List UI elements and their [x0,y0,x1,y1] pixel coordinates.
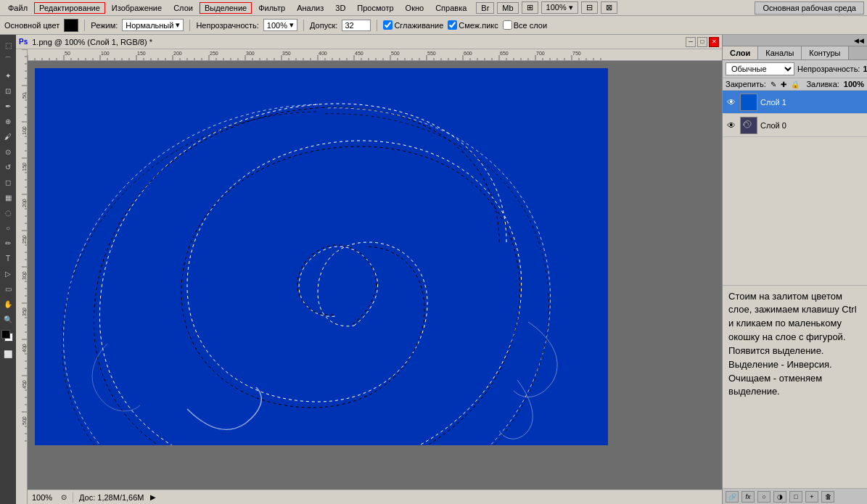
br-button[interactable]: Br [476,2,494,14]
tool-dodge[interactable]: ○ [1,220,15,235]
layer-fx-button[interactable]: fx [741,491,755,503]
aliased-checkbox[interactable] [448,20,457,30]
foreground-color[interactable] [1,330,10,339]
tool-text[interactable]: T [1,251,15,265]
smoothing-checkbox[interactable] [383,20,393,30]
tool-zoom[interactable]: 🔍 [1,312,15,326]
tool-history-brush[interactable]: ↺ [1,160,15,174]
separator-2 [189,20,190,31]
tool-eraser[interactable]: ◻ [1,175,15,189]
color-swatches[interactable] [1,330,15,343]
tool-brush[interactable]: 🖌 [1,129,15,144]
ruler-horizontal [28,49,722,61]
screen-button[interactable]: ⊟ [581,1,598,14]
canvas-wrapper: Ps 1.png @ 100% (Слой 1, RGB/8) * ─ □ ✕ [16,35,722,504]
new-layer-button[interactable]: + [805,491,818,503]
lock-all-icon[interactable]: 🔒 [791,80,800,88]
tool-blur[interactable]: ◌ [1,205,15,220]
blend-mode-select[interactable]: Обычные Растворение Затемнение Умножение [726,62,794,75]
screen2-button[interactable]: ⊠ [601,1,617,14]
tool-path-select[interactable]: ▷ [1,266,15,281]
menu-edit[interactable]: Редактирование [34,2,105,14]
smoothing-checkbox-label[interactable]: Сглаживание [383,20,443,30]
layers-tabs: Слои Каналы Контуры [723,46,867,60]
menu-help[interactable]: Справка [430,2,472,14]
tool-pen[interactable]: ✏ [1,236,15,250]
group-button[interactable]: □ [789,491,802,503]
ps-logo: Ps [19,38,28,46]
menu-file[interactable]: Файл [3,2,33,14]
tool-crop[interactable]: ⊡ [1,83,15,98]
tool-shape[interactable]: ▭ [1,281,15,296]
canvas-container[interactable] [28,61,722,489]
menu-image[interactable]: Изображение [107,2,167,14]
all-layers-checkbox[interactable] [503,20,512,30]
layer0-thumbnail [740,117,757,134]
canvas-win-controls: ─ □ ✕ [686,37,719,47]
delete-layer-button[interactable]: 🗑 [821,491,834,503]
menu-layers[interactable]: Слои [168,2,198,14]
menu-window[interactable]: Окно [400,2,430,14]
menu-select[interactable]: Выделение [200,2,252,14]
layer1-visibility-icon[interactable]: 👁 [726,96,737,108]
layer1-thumbnail [740,94,757,111]
tolerance-label: Допуск: [310,21,337,30]
separator-4 [377,20,377,31]
mb-button[interactable]: Mb [497,2,518,14]
tool-gradient[interactable]: ▦ [1,190,15,205]
canvas-close-button[interactable]: ✕ [709,37,719,47]
lock-position-icon[interactable]: ✚ [781,80,786,88]
all-layers-checkbox-label[interactable]: Все слои [503,20,547,30]
mode-dropdown[interactable]: Нормальный ▾ [122,19,184,31]
scroll-right-button[interactable]: ▶ [150,493,156,501]
layer-lock-row: Закрепить: ✎ ✚ 🔒 Заливка: 100% [723,78,867,91]
tool-label: Основной цвет [4,21,59,30]
opacity-label: Непрозрачность: [797,65,860,73]
canvas-restore-button[interactable]: □ [697,37,707,47]
tool-eyedropper[interactable]: ✒ [1,99,15,113]
layer-entry-layer1[interactable]: 👁 Слой 1 [723,91,867,114]
zoom-button[interactable]: 100% ▾ [541,1,578,14]
tool-lasso[interactable]: ⌒ [1,53,15,67]
tool-magic-wand[interactable]: ✦ [1,68,15,83]
arrange-button[interactable]: ⊞ [522,1,538,14]
foreground-color-swatch[interactable] [64,19,78,32]
tool-screen-mode[interactable]: ⬜ [1,347,15,361]
tool-hand[interactable]: ✋ [1,297,15,311]
adjustment-button[interactable]: ◑ [773,491,786,503]
doc-info: Дос: 1,28М/1,66М [79,493,144,502]
menu-bar: Файл Редактирование Изображение Слои Выд… [0,0,867,16]
canvas-image[interactable] [35,68,608,445]
menu-view[interactable]: Просмотр [352,2,398,14]
panels-top-bar: ◀◀ [723,35,867,46]
canvas-minimize-button[interactable]: ─ [686,37,696,47]
lock-pixels-icon[interactable]: ✎ [771,80,776,88]
menu-filter[interactable]: Фильтр [253,2,290,14]
tab-layers[interactable]: Слои [723,46,758,59]
aliased-checkbox-label[interactable]: Смеж.пикс [448,20,498,30]
canvas-body: 100% ⊙ Дос: 1,28М/1,66М ▶ [16,49,722,504]
status-bar: 100% ⊙ Дос: 1,28М/1,66М ▶ [28,489,722,504]
link-layers-button[interactable]: 🔗 [726,491,739,503]
opacity-dropdown[interactable]: 100% ▾ [263,19,297,31]
layers-bottom: 🔗 fx ○ ◑ □ + 🗑 [723,488,867,504]
layer0-visibility-icon[interactable]: 👁 [726,120,737,131]
workspace-label[interactable]: Основная рабочая среда [755,1,864,15]
ruler-vertical [16,49,28,504]
layer-blend-row: Обычные Растворение Затемнение Умножение… [723,60,867,78]
zoom-indicator-icon[interactable]: ⊙ [61,493,67,501]
layer-entry-layer0[interactable]: 👁 Слой 0 [723,114,867,137]
tolerance-input[interactable] [342,20,371,31]
tool-clone[interactable]: ⊙ [1,144,15,159]
opacity-value: 100% [863,65,867,73]
lock-label: Закрепить: [726,80,766,88]
tab-channels[interactable]: Каналы [758,46,802,59]
fill-label: Заливка: [806,80,839,88]
menu-analysis[interactable]: Анализ [292,2,329,14]
add-mask-button[interactable]: ○ [757,491,771,503]
tool-healing[interactable]: ⊕ [1,114,15,128]
tool-marquee[interactable]: ⬚ [1,38,15,52]
tab-paths[interactable]: Контуры [802,46,848,59]
collapse-panels-button[interactable]: ◀◀ [854,37,864,44]
menu-3d[interactable]: 3D [330,2,350,14]
